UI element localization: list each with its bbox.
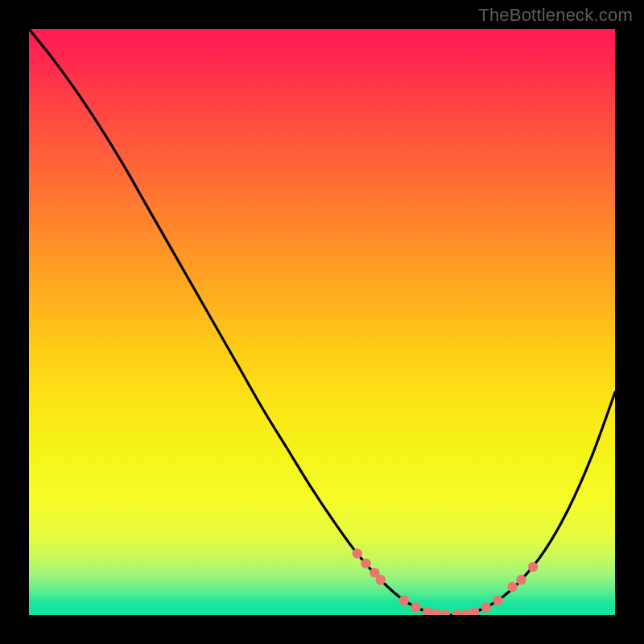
chart-svg <box>29 29 615 615</box>
curve-path <box>29 29 615 615</box>
curve-marker <box>361 559 370 568</box>
curve-marker <box>452 609 461 615</box>
chart-frame: TheBottleneck.com <box>0 0 644 644</box>
curve-marker <box>460 609 470 615</box>
curve-marker <box>376 575 386 584</box>
curve-marker <box>352 548 361 558</box>
curve-marker <box>431 609 441 615</box>
curve-marker <box>411 602 420 612</box>
curve-marker <box>516 575 526 584</box>
watermark-text: TheBottleneck.com <box>478 5 633 26</box>
curve-marker <box>493 596 502 605</box>
curve-marker <box>481 602 491 612</box>
curve-marker <box>440 609 450 615</box>
marker-group <box>352 548 538 615</box>
curve-marker <box>507 582 517 592</box>
curve-marker <box>423 607 432 615</box>
curve-marker <box>399 596 409 605</box>
curve-marker <box>528 562 538 572</box>
curve-marker <box>469 607 479 615</box>
